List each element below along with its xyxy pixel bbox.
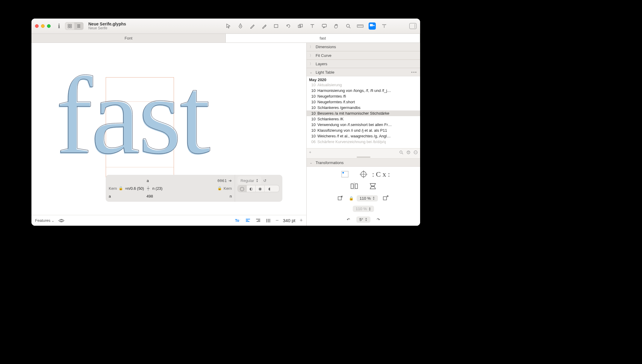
lock-icon[interactable]: 🔒	[217, 186, 222, 190]
light-table-row[interactable]: 10Klassifizierung von /i und /j et al. a…	[307, 128, 420, 133]
other-tool[interactable]	[381, 22, 388, 30]
tab-edit[interactable]: fast	[226, 34, 420, 43]
point-size-field[interactable]: 340 pt	[283, 218, 296, 223]
crosshair-icon[interactable]	[358, 170, 369, 179]
filter-icon[interactable]	[406, 150, 411, 154]
preview-mode-1[interactable]: ◯	[238, 185, 247, 192]
light-table-row[interactable]: 10Weicheres /f et al., waagrechtes /g, A…	[307, 133, 420, 139]
light-table-day: 10	[309, 134, 316, 138]
zoom-in-button[interactable]: +	[299, 217, 303, 224]
zoom-tool[interactable]	[345, 22, 352, 30]
measure-tool[interactable]	[357, 22, 364, 30]
panel-light-table[interactable]: ⌄Light Table•••	[307, 68, 420, 76]
grid-view-button[interactable]	[65, 22, 74, 30]
chevron-right-icon: 〉	[310, 53, 313, 58]
glyph-name: a	[147, 178, 149, 183]
file-name: Neue Serife.glyphs	[88, 22, 126, 26]
light-table-row[interactable]: 10Neugeformtes /f.short	[307, 99, 420, 105]
light-table-label: Schärfere Kurvenzeichnung bei /b/d/p/q	[317, 139, 386, 144]
select-tool[interactable]	[225, 22, 232, 30]
rotate-tool[interactable]	[285, 22, 292, 30]
panel-fit-curve[interactable]: 〉Fit Curve	[307, 51, 420, 60]
hand-tool[interactable]	[333, 22, 340, 30]
cap-x-icon[interactable]: :Cx:	[377, 170, 387, 179]
panel-dimensions-label: Dimensions	[316, 45, 336, 49]
options-icon[interactable]	[414, 150, 418, 154]
light-table-row[interactable]: 10Neugeformtes /fi	[307, 93, 420, 99]
minimize-window-button[interactable]	[41, 24, 45, 28]
zoom-out-button[interactable]: −	[275, 217, 279, 224]
annotation-tool[interactable]	[321, 22, 328, 30]
scale-h-value: 110 %	[360, 196, 371, 201]
erase-tool[interactable]	[261, 22, 268, 30]
tab-edit-label: fast	[320, 36, 326, 40]
panel-layers[interactable]: 〉Layers	[307, 60, 420, 68]
kern-right-label: Kern	[224, 186, 232, 191]
light-table-row[interactable]: 10Harmonisierung von /longs, /f, /fi und…	[307, 88, 420, 93]
right-sidebearing[interactable]: n (23)	[152, 186, 163, 191]
pen-tool[interactable]	[237, 22, 244, 30]
more-icon[interactable]: •••	[411, 70, 417, 75]
eye-icon[interactable]	[58, 218, 64, 224]
light-table-month: May 2020	[307, 76, 420, 82]
glyph-outline: fast	[56, 60, 209, 171]
mirror-v-icon[interactable]	[368, 182, 378, 191]
features-menu[interactable]: Features ⌄	[35, 218, 54, 223]
scale-v-field[interactable]: 110 %▲▼	[353, 206, 374, 212]
light-table-list[interactable]: May 2020 10Aktualisierung10Harmonisierun…	[307, 76, 420, 148]
toggle-sidebar-button[interactable]	[409, 23, 417, 29]
panel-transformations[interactable]: ⌄Transformations	[307, 158, 420, 167]
master-selector[interactable]: Regular▲▼	[237, 176, 261, 185]
window-controls	[35, 24, 51, 28]
rotate-cw-icon[interactable]: ↷	[373, 215, 384, 224]
svg-point-33	[400, 151, 402, 153]
edit-canvas[interactable]: fast fast a Kern 🔒 =n/0.6 (50) ┿ n (23) …	[31, 43, 306, 215]
scale-up-icon[interactable]	[381, 194, 391, 203]
unicode-value: 0061	[217, 178, 227, 183]
right-kern-class[interactable]: n	[230, 194, 232, 198]
panel-resize-handle[interactable]	[307, 156, 420, 158]
svg-rect-9	[274, 25, 278, 28]
columns-button[interactable]	[265, 218, 271, 224]
left-sidebearing[interactable]: =n/0.6 (50)	[125, 186, 144, 191]
light-table-row[interactable]: 10Schlankeres /K	[307, 116, 420, 122]
add-state-button[interactable]: +	[309, 150, 311, 154]
text-direction-button[interactable]: To→	[235, 218, 241, 224]
svg-rect-48	[355, 184, 358, 189]
light-table-row[interactable]: 10Besseres /a mit harmonischer Stichstär…	[307, 110, 420, 116]
text-tool[interactable]	[309, 22, 316, 30]
preview-mode-2[interactable]: ◐	[247, 185, 256, 192]
zoom-window-button[interactable]	[47, 24, 51, 28]
light-table-row[interactable]: 10Aktualisierung	[307, 82, 420, 88]
unicode-next-icon[interactable]: ➔	[228, 178, 232, 183]
preview-mode-4[interactable]: ◖	[265, 185, 274, 192]
font-info-button[interactable]: i	[56, 23, 62, 30]
history-icon[interactable]: ↺	[263, 178, 267, 183]
rotate-field[interactable]: 5°▲▼	[356, 216, 370, 223]
close-window-button[interactable]	[35, 24, 39, 28]
lock-icon[interactable]: 🔒	[119, 186, 123, 190]
light-table-row[interactable]: 10Verwendung von /f.semishort bei allen …	[307, 122, 420, 128]
align-left-button[interactable]	[245, 218, 251, 224]
trueblue-tool[interactable]	[369, 22, 376, 30]
scale-h-field[interactable]: 110 %▲▼	[357, 195, 378, 201]
list-view-button[interactable]	[74, 22, 83, 30]
tab-font[interactable]: Font	[31, 34, 226, 43]
svg-rect-47	[351, 184, 353, 189]
mirror-h-icon[interactable]	[349, 182, 359, 191]
pencil-tool[interactable]	[249, 22, 256, 30]
glyph-width[interactable]: 498	[113, 194, 187, 198]
light-table-row[interactable]: 10Schlankeres /germandbs	[307, 105, 420, 110]
scale-tool[interactable]	[297, 22, 304, 30]
primitives-tool[interactable]	[273, 22, 280, 30]
scale-down-icon[interactable]	[336, 194, 346, 203]
align-right-button[interactable]	[255, 218, 261, 224]
left-kern-class[interactable]: a	[109, 194, 111, 198]
rotate-ccw-icon[interactable]: ↶	[343, 215, 353, 224]
lock-icon[interactable]: 🔒	[349, 196, 354, 201]
panel-dimensions[interactable]: 〉Dimensions	[307, 43, 420, 51]
light-table-row[interactable]: 06Schärfere Kurvenzeichnung bei /b/d/p/q	[307, 139, 420, 145]
preview-mode-3[interactable]: ◉	[256, 185, 265, 192]
search-icon[interactable]	[399, 150, 403, 154]
origin-grid-icon[interactable]	[340, 170, 350, 179]
